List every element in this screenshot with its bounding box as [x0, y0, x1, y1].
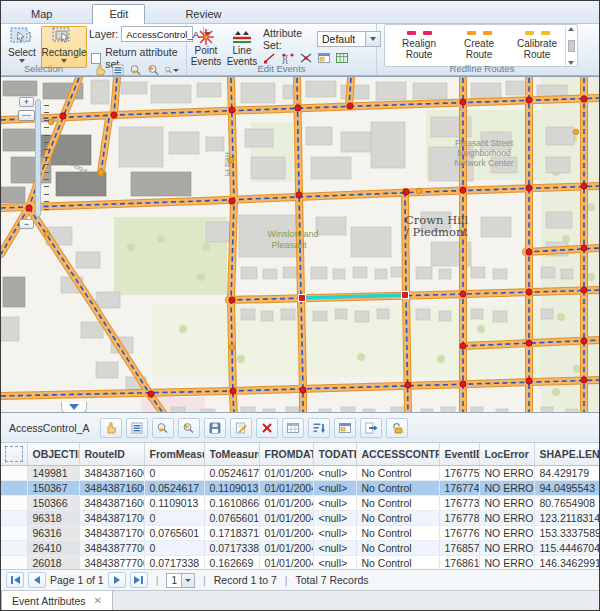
cell[interactable]: 0.1109013	[144, 495, 204, 510]
row-selector[interactable]	[1, 480, 27, 495]
edit-attributes-button[interactable]	[230, 418, 252, 438]
cell[interactable]: <null>	[313, 525, 356, 540]
select-button[interactable]: } Select	[3, 26, 41, 68]
scroll-up-icon[interactable]	[568, 27, 574, 31]
cell[interactable]: 0.0717338	[204, 540, 259, 555]
cell[interactable]: 34843877700	[79, 540, 144, 555]
row-selector[interactable]	[1, 525, 27, 540]
zoom-track[interactable]	[35, 99, 41, 217]
cell[interactable]: NO ERROR	[479, 540, 534, 555]
row-selector[interactable]	[1, 495, 27, 510]
cell[interactable]: 0.0524617	[144, 480, 204, 495]
cell[interactable]: 146.3462991	[534, 555, 600, 570]
cell[interactable]: No Control	[356, 540, 439, 555]
row-selector[interactable]	[1, 555, 27, 570]
calibrate-route-button[interactable]: Calibrate Route	[509, 26, 565, 66]
cell[interactable]: NO ERROR	[479, 495, 534, 510]
cell[interactable]: 34843871700	[79, 510, 144, 525]
gallery-scrollbar[interactable]	[565, 26, 576, 66]
cell[interactable]: 150366	[27, 495, 79, 510]
row-selector[interactable]	[1, 510, 27, 525]
panel-collapse-handle[interactable]	[61, 402, 87, 412]
pan-to-selection-button[interactable]	[178, 418, 200, 438]
first-page-button[interactable]	[6, 572, 24, 588]
line-events-button[interactable]: Line Events	[225, 26, 259, 68]
page-select-dropdown-icon[interactable]	[181, 574, 194, 587]
close-tab-icon[interactable]: ✕	[94, 595, 102, 606]
cell[interactable]: NO ERROR	[479, 555, 534, 570]
tab-event-attributes[interactable]: Event Attributes ✕	[1, 591, 113, 610]
tab-map[interactable]: Map	[15, 5, 68, 23]
sort-button[interactable]	[308, 418, 330, 438]
cell[interactable]: 34843871600	[79, 465, 144, 480]
cell[interactable]: 34843871700	[79, 525, 144, 540]
cell[interactable]: <null>	[313, 555, 356, 570]
scroll-thumb[interactable]	[568, 40, 575, 52]
cell[interactable]: 0.0717338	[144, 555, 204, 570]
cell[interactable]: 0	[144, 465, 204, 480]
column-header-routeid[interactable]: RouteID	[79, 443, 144, 465]
column-header-locerror[interactable]: LocError	[479, 443, 534, 465]
select-features-button[interactable]	[100, 418, 122, 438]
cell[interactable]: 34843871600	[79, 495, 144, 510]
cell[interactable]: 0.162669	[204, 555, 259, 570]
column-header-tomeasure[interactable]: ToMeasure	[204, 443, 259, 465]
cell[interactable]: No Control	[356, 465, 439, 480]
cell[interactable]: <null>	[313, 495, 356, 510]
cell[interactable]: 01/01/2004	[259, 465, 313, 480]
cell[interactable]: 176774	[439, 480, 479, 495]
cell[interactable]: <null>	[313, 540, 356, 555]
column-header-eventid[interactable]: EventID	[439, 443, 479, 465]
cell[interactable]: 0.0765601	[204, 510, 259, 525]
cell[interactable]: 84.429179	[534, 465, 600, 480]
cell[interactable]: No Control	[356, 495, 439, 510]
map-view[interactable]: Pleasant Street Neighborhood Network Cen…	[1, 76, 600, 412]
cell[interactable]: 150367	[27, 480, 79, 495]
cell[interactable]: NO ERROR	[479, 510, 534, 525]
cell[interactable]: 80.7654908	[534, 495, 600, 510]
column-header-todate[interactable]: TODATE	[313, 443, 356, 465]
cell[interactable]: 0.1718371	[204, 525, 259, 540]
cell[interactable]: 176857	[439, 540, 479, 555]
cell[interactable]: <null>	[313, 480, 356, 495]
cell[interactable]: 01/01/2004	[259, 495, 313, 510]
attribute-list-button[interactable]	[126, 418, 148, 438]
cell[interactable]: 176773	[439, 495, 479, 510]
zoom-in-button[interactable]: +	[19, 97, 34, 107]
prev-page-button[interactable]	[28, 572, 46, 588]
cell[interactable]: 01/01/2004	[259, 480, 313, 495]
unlock-button[interactable]	[386, 418, 408, 438]
column-header-frommeasure[interactable]: FromMeasure	[144, 443, 204, 465]
cell[interactable]: 0.1610866	[204, 495, 259, 510]
cell[interactable]: 0.0765601	[144, 525, 204, 540]
cell[interactable]: No Control	[356, 525, 439, 540]
cell[interactable]: 01/01/2004	[259, 525, 313, 540]
realign-route-button[interactable]: Realign Route	[391, 26, 447, 66]
cell[interactable]: 123.2118314	[534, 510, 600, 525]
cell[interactable]: 115.4446704	[534, 540, 600, 555]
cell[interactable]: 26410	[27, 540, 79, 555]
cell[interactable]: 0.1109013	[204, 480, 259, 495]
column-header-fromdate[interactable]: FROMDATE	[259, 443, 313, 465]
cell[interactable]: <null>	[313, 510, 356, 525]
page-select-combo[interactable]: 1	[166, 573, 195, 588]
row-selector[interactable]	[1, 465, 27, 480]
tab-edit[interactable]: Edit	[92, 4, 145, 24]
zoom-to-selection-button[interactable]	[152, 418, 174, 438]
tab-review[interactable]: Review	[169, 5, 237, 23]
data-grid-button[interactable]	[282, 418, 304, 438]
cell[interactable]: 34843871600	[79, 480, 144, 495]
create-route-button[interactable]: Create Route	[451, 26, 507, 66]
delete-selected-button[interactable]	[256, 418, 278, 438]
table-row[interactable]: 26018348438777000.07173380.16266901/01/2…	[1, 555, 600, 570]
cell[interactable]: No Control	[356, 510, 439, 525]
column-header-accesscontrol[interactable]: ACCESSCONTROL	[356, 443, 439, 465]
cell[interactable]: No Control	[356, 555, 439, 570]
table-row[interactable]: 963183484387170000.076560101/01/2004<nul…	[1, 510, 600, 525]
row-selector-header[interactable]	[1, 443, 27, 465]
table-row[interactable]: 264103484387770000.071733801/01/2004<nul…	[1, 540, 600, 555]
cell[interactable]: <null>	[313, 465, 356, 480]
cell[interactable]: 01/01/2004	[259, 510, 313, 525]
cell[interactable]: 0	[144, 540, 204, 555]
table-row[interactable]: 96316348438717000.07656010.171837101/01/…	[1, 525, 600, 540]
